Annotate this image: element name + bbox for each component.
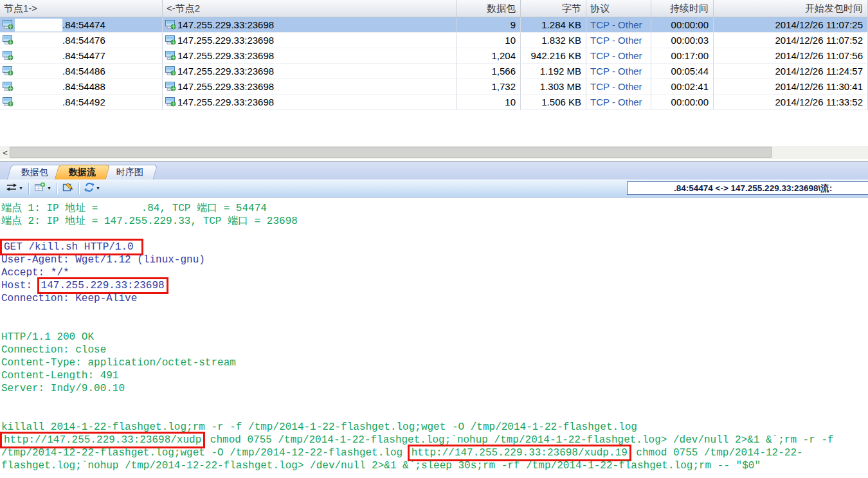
column-header[interactable]: 数据包 (457, 0, 521, 17)
node1-address: .84:54488 (62, 81, 105, 92)
column-header[interactable]: 字节 (521, 0, 586, 17)
bytes-cell: 1.192 MB (521, 64, 586, 79)
stream-line (1, 318, 868, 331)
tab-时序图[interactable]: 时序图 (102, 165, 158, 179)
protocol-cell: TCP - Other (586, 95, 651, 110)
column-header[interactable]: 开始发包时间 (714, 0, 868, 17)
tab-数据包[interactable]: 数据包 (7, 165, 63, 179)
column-header[interactable]: 协议 (586, 0, 651, 17)
redacted-ip-prefix (15, 50, 62, 62)
node2-cell: 147.255.229.33:23698 (163, 48, 457, 64)
table-row[interactable]: .84:54474147.255.229.33:2369891.284 KBTC… (0, 17, 868, 33)
duration-cell: 00:05:44 (651, 64, 714, 79)
stream-toolbar: ▼ ▼ (0, 179, 868, 198)
stream-text: Host: (1, 280, 39, 291)
refresh-icon (84, 182, 95, 195)
data-stream-view[interactable]: 端点 1: IP 地址 = .84, TCP 端口 = 54474端点 2: I… (0, 198, 868, 478)
stream-line: HTTP/1.1 200 OK (1, 331, 868, 344)
table-row[interactable]: .84:54486147.255.229.33:236981,5661.192 … (0, 64, 868, 79)
packets-cell: 1,732 (457, 79, 521, 95)
table-add-button[interactable]: ▼ (32, 181, 53, 196)
bytes-cell: 942.216 KB (521, 48, 586, 64)
table-row[interactable]: .84:54476147.255.229.33:23698101.832 KBT… (0, 33, 868, 48)
scrollbar-thumb[interactable] (10, 147, 772, 158)
tab-label: 数据流 (69, 167, 96, 178)
export-image-button[interactable] (60, 181, 75, 196)
table-row[interactable]: .84:54488147.255.229.33:236981,7321.303 … (0, 79, 868, 95)
redacted-ip-prefix (15, 65, 62, 78)
column-header[interactable]: 持续时间 (651, 0, 714, 17)
stream-text: /tmp/2014-12-22-flashget.log;wget -O /tm… (1, 447, 409, 459)
node1-address: .84:54477 (62, 50, 105, 61)
stream-line (1, 395, 868, 408)
stream-text: Content-Type: application/octet-stream (1, 357, 236, 369)
stream-text: 端点 2: IP 地址 = 147.255.229.33, TCP 端口 = 2… (1, 216, 298, 227)
node1-cell: .84:54486 (0, 64, 163, 79)
start-time-cell: 2014/12/26 11:24:57 (714, 64, 868, 79)
node2-cell: 147.255.229.33:23698 (163, 79, 457, 95)
host-icon (3, 82, 14, 91)
stream-text: HTTP/1.1 200 OK (1, 331, 94, 343)
packets-cell: 10 (457, 95, 521, 110)
stream-line: Server: Indy/9.00.10 (1, 382, 868, 395)
bytes-cell: 1.303 MB (521, 79, 586, 95)
toolbar-separator (57, 183, 57, 194)
node1-address: .84:54474 (62, 19, 105, 30)
node2-cell: 147.255.229.33:23698 (163, 17, 457, 33)
node2-address: 147.255.229.33:23698 (177, 19, 274, 30)
start-time-cell: 2014/12/26 11:07:52 (714, 33, 868, 48)
packets-cell: 1,566 (457, 64, 521, 79)
host-icon (165, 82, 176, 91)
node2-address: 147.255.229.33:23698 (177, 50, 274, 61)
stream-line: User-Agent: Wget/1.12 (linux-gnu) (1, 253, 868, 266)
table-body: .84:54474147.255.229.33:2369891.284 KBTC… (0, 17, 868, 110)
stream-text: 端点 1: IP 地址 = .84, TCP 端口 = 54474 (1, 203, 267, 214)
flow-direction-button[interactable]: ▼ (4, 181, 25, 196)
stream-line (1, 305, 868, 318)
stream-filter-input[interactable]: .84:54474 <-> 147.255.229.33:23698\流: (627, 181, 868, 195)
host-icon (3, 35, 14, 45)
export-image-icon (62, 182, 73, 195)
column-header[interactable]: 节点1-> (0, 0, 163, 17)
table-header: 节点1-><-节点2数据包字节协议持续时间开始发包时间 (0, 0, 868, 17)
scroll-left-arrow-icon[interactable]: < (0, 146, 10, 159)
stream-line: Host: 147.255.229.33:23698 (1, 279, 868, 292)
horizontal-scrollbar[interactable]: < (0, 146, 868, 159)
start-time-cell: 2014/12/26 11:33:52 (714, 95, 868, 110)
redacted-ip-prefix (15, 80, 62, 93)
stream-line: Content-Length: 491 (1, 369, 868, 382)
node1-cell: .84:54476 (0, 33, 163, 48)
toolbar-separator (28, 183, 29, 194)
protocol-cell: TCP - Other (586, 33, 651, 48)
node2-address: 147.255.229.33:23698 (177, 66, 274, 77)
stream-line: flashget.log;`nohup /tmp/2014-12-22-flas… (1, 459, 868, 472)
node2-cell: 147.255.229.33:23698 (163, 95, 457, 110)
packets-cell: 1,204 (457, 48, 521, 64)
flow-direction-icon (6, 182, 17, 195)
start-time-cell: 2014/12/26 11:07:56 (714, 48, 868, 64)
stream-line: 端点 1: IP 地址 = .84, TCP 端口 = 54474 (1, 202, 868, 215)
stream-text: chmod 0755 /tmp/2014-12-22- (630, 447, 803, 459)
duration-cell: 00:17:00 (651, 48, 714, 64)
host-icon (165, 51, 176, 60)
stream-line (1, 408, 868, 421)
stream-text: User-Agent: Wget/1.12 (linux-gnu) (1, 254, 205, 266)
stream-text: flashget.log;`nohup /tmp/2014-12-22-flas… (1, 460, 761, 472)
host-icon (3, 51, 14, 60)
node1-cell: .84:54474 (0, 17, 163, 33)
stream-text: Connection: Keep-Alive (1, 293, 137, 304)
duration-cell: 00:00:00 (651, 17, 714, 33)
toolbar-separator (78, 183, 79, 194)
stream-line: /tmp/2014-12-22-flashget.log;wget -O /tm… (1, 446, 868, 459)
refresh-button[interactable]: ▼ (82, 181, 102, 196)
stream-text: Content-Length: 491 (1, 370, 118, 381)
table-row[interactable]: .84:54477147.255.229.33:236981,204942.21… (0, 48, 868, 64)
table-row[interactable]: .84:54492147.255.229.33:23698101.506 KBT… (0, 95, 868, 110)
stream-text: Connection: close (1, 344, 106, 356)
tab-数据流[interactable]: 数据流 (55, 165, 111, 179)
column-header[interactable]: <-节点2 (163, 0, 457, 17)
node1-address: .84:54492 (62, 97, 105, 107)
duration-cell: 00:02:41 (651, 79, 714, 95)
stream-text: Server: Indy/9.00.10 (1, 383, 125, 394)
node1-cell: .84:54477 (0, 48, 163, 64)
